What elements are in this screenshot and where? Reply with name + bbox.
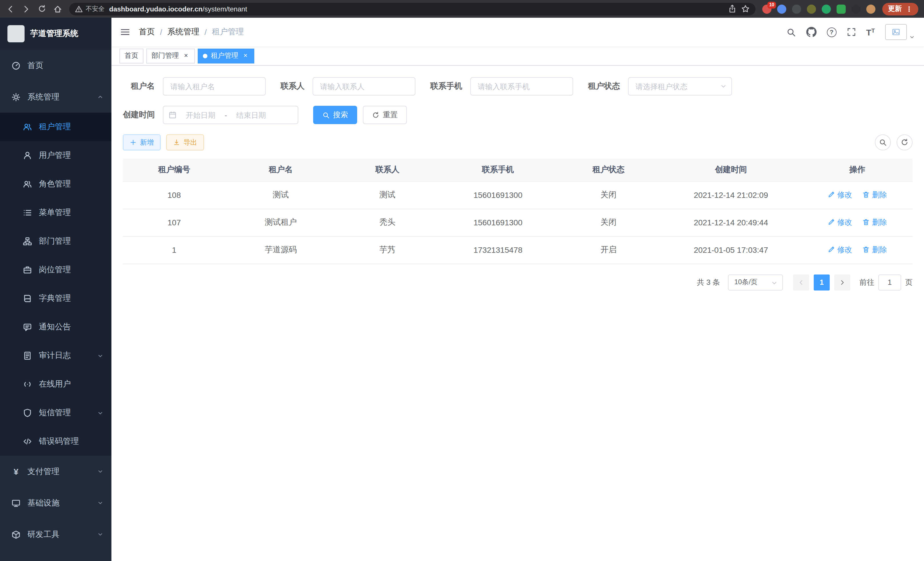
goto-page-input[interactable]	[878, 274, 901, 290]
reset-button[interactable]: 重置	[363, 106, 407, 124]
page-size-select[interactable]: 10条/页	[728, 274, 783, 290]
tag-dept[interactable]: 部门管理 ×	[146, 48, 195, 63]
total-count: 共 3 条	[697, 277, 720, 287]
sidebar-item-notice[interactable]: 通知公告	[0, 313, 111, 341]
broken-image-icon	[892, 28, 900, 36]
mobile-input[interactable]	[470, 77, 573, 96]
next-page-button[interactable]	[834, 274, 850, 290]
sidebar-item-payment[interactable]: ¥ 支付管理	[0, 456, 111, 487]
tag-tenant[interactable]: 租户管理 ×	[198, 48, 254, 63]
sidebar-item-devtools[interactable]: 研发工具	[0, 519, 111, 550]
sidebar-item-audit-log[interactable]: 审计日志	[0, 341, 111, 370]
sidebar-item-infra[interactable]: 基础设施	[0, 487, 111, 519]
sidebar-item-dict[interactable]: 字典管理	[0, 284, 111, 313]
extension-icon[interactable]	[777, 4, 786, 14]
extension-icon[interactable]	[822, 4, 831, 14]
bookmark-star-icon[interactable]	[741, 5, 750, 13]
browser-reload-icon[interactable]	[38, 5, 46, 13]
sidebar-item-sms[interactable]: 短信管理	[0, 399, 111, 427]
edit-button[interactable]: 修改	[828, 190, 852, 200]
address-bar[interactable]: 不安全 dashboard.yudao.iocoder.cn/system/te…	[69, 3, 755, 15]
browser-forward-icon[interactable]	[22, 4, 31, 14]
refresh-table-button[interactable]	[897, 134, 913, 150]
sidebar-item-online-user[interactable]: 在线用户	[0, 370, 111, 399]
sidebar-item-dept[interactable]: 部门管理	[0, 227, 111, 256]
sidebar-item-error-code[interactable]: 错误码管理	[0, 427, 111, 456]
browser-back-icon[interactable]	[6, 4, 15, 14]
date-range-picker[interactable]: -	[163, 106, 298, 124]
help-icon[interactable]: ?	[826, 27, 836, 37]
delete-button[interactable]: 删除	[862, 245, 887, 255]
end-date-input[interactable]	[230, 111, 272, 119]
contact-input[interactable]	[313, 77, 416, 96]
sidebar-item-user[interactable]: 用户管理	[0, 141, 111, 170]
col-created: 创建时间	[660, 158, 802, 181]
browser-menu-icon[interactable]: ⋮	[906, 5, 913, 13]
search-icon[interactable]	[786, 27, 796, 37]
delete-button[interactable]: 删除	[862, 190, 887, 200]
sidebar-item-system[interactable]: 系统管理	[0, 81, 111, 113]
sidebar-item-menu[interactable]: 菜单管理	[0, 199, 111, 227]
add-button[interactable]: 新增	[123, 134, 160, 150]
browser-home-icon[interactable]	[53, 4, 62, 14]
sidebar-item-tenant[interactable]: 租户管理	[0, 113, 111, 141]
status-select-input[interactable]	[628, 77, 732, 96]
fullscreen-icon[interactable]	[847, 27, 856, 37]
edit-button[interactable]: 修改	[828, 217, 852, 228]
page-number-button[interactable]: 1	[814, 274, 830, 290]
sidebar-menu: 首页 系统管理 租户管理 用户管理 角色管理	[0, 50, 111, 550]
prev-page-button[interactable]	[793, 274, 809, 290]
app-title: 芋道管理系统	[30, 29, 78, 39]
chevron-down-icon	[97, 353, 104, 359]
sidebar-item-post[interactable]: 岗位管理	[0, 256, 111, 284]
sidebar-item-home[interactable]: 首页	[0, 50, 111, 81]
document-icon	[23, 351, 32, 360]
filter-status: 租户状态	[588, 77, 732, 96]
browser-update-button[interactable]: 更新 ⋮	[882, 3, 918, 15]
tenant-name-input[interactable]	[163, 77, 266, 96]
breadcrumb-home[interactable]: 首页	[139, 27, 155, 37]
extension-badge: 10	[767, 2, 776, 8]
plus-icon	[130, 139, 136, 146]
sidebar-collapse-icon[interactable]	[111, 27, 139, 37]
tag-home[interactable]: 首页	[119, 48, 143, 63]
extension-icon[interactable]	[837, 4, 846, 14]
close-icon[interactable]: ×	[182, 52, 190, 59]
extension-icon[interactable]	[807, 4, 816, 14]
col-tenant-name: 租户名	[225, 158, 336, 181]
code-icon	[23, 437, 32, 446]
font-size-icon[interactable]: TT	[866, 28, 875, 36]
download-icon	[173, 139, 180, 146]
extension-icon[interactable]	[792, 4, 801, 14]
navbar: 首页 / 系统管理 / 租户管理 ? TT	[111, 18, 924, 46]
col-tenant-id: 租户编号	[123, 158, 225, 181]
share-icon[interactable]	[728, 5, 736, 13]
yen-icon: ¥	[11, 467, 21, 476]
search-button[interactable]: 搜索	[313, 106, 357, 124]
avatar[interactable]	[885, 24, 907, 40]
user-menu[interactable]	[885, 24, 915, 40]
toggle-search-button[interactable]	[875, 134, 891, 150]
edit-button[interactable]: 修改	[828, 245, 852, 255]
table-toolbar-right	[875, 134, 913, 150]
logo-image	[8, 25, 25, 42]
extension-icon[interactable]: 10	[762, 4, 771, 14]
delete-button[interactable]: 删除	[862, 217, 887, 228]
close-icon[interactable]: ×	[242, 52, 249, 59]
monitor-icon	[11, 498, 21, 508]
trash-icon	[862, 191, 870, 199]
browser-profile-avatar[interactable]	[866, 4, 875, 14]
sidebar-item-role[interactable]: 角色管理	[0, 170, 111, 199]
signal-icon	[23, 380, 32, 389]
briefcase-icon	[23, 265, 32, 274]
export-button[interactable]: 导出	[166, 134, 204, 150]
table-row: 107 测试租户 秃头 15601691300 关闭 2021-12-14 20…	[123, 209, 913, 236]
url-text: dashboard.yudao.iocoder.cn/system/tenant	[109, 5, 723, 13]
breadcrumb-system[interactable]: 系统管理	[167, 27, 200, 37]
status-select[interactable]	[628, 77, 732, 96]
security-chip[interactable]: 不安全	[75, 5, 105, 13]
users-icon	[23, 122, 32, 132]
start-date-input[interactable]	[179, 111, 222, 119]
github-icon[interactable]	[806, 27, 816, 37]
extension-icon[interactable]	[851, 4, 861, 14]
